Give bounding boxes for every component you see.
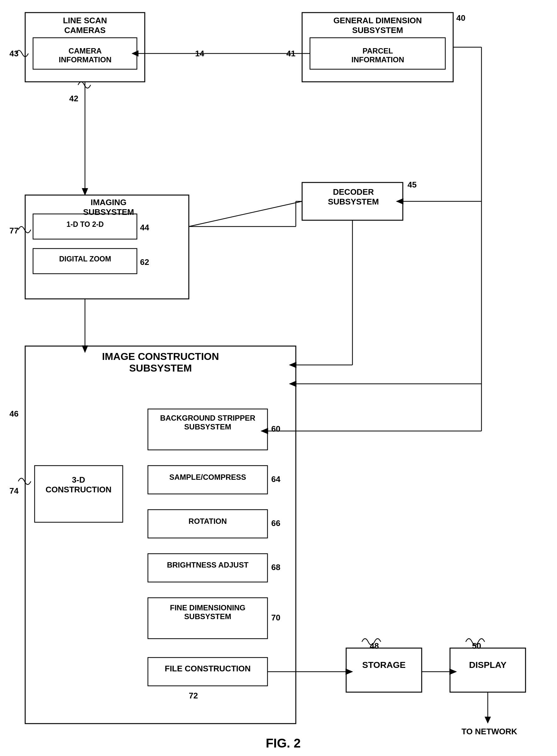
ref-46: 46 bbox=[9, 409, 19, 419]
storage-label: STORAGE bbox=[348, 660, 420, 670]
brightness-adjust-label: BRIGHTNESS ADJUST bbox=[149, 561, 266, 569]
ref-64: 64 bbox=[271, 475, 281, 484]
ref-66: 66 bbox=[271, 518, 281, 528]
ref-50: 50 bbox=[472, 641, 481, 651]
fine-dimensioning-label: FINE DIMENSIONINGSUBSYSTEM bbox=[149, 603, 266, 621]
ref-60: 60 bbox=[271, 424, 281, 434]
one-d-to-2d-label: 1-D TO 2-D bbox=[34, 220, 136, 229]
ref-77: 77 bbox=[9, 226, 19, 236]
ref-43: 43 bbox=[9, 49, 19, 59]
ref-68: 68 bbox=[271, 563, 281, 572]
decoder-subsystem-label: DECODERSUBSYSTEM bbox=[304, 187, 402, 207]
display-label: DISPLAY bbox=[451, 660, 524, 670]
svg-marker-46 bbox=[485, 717, 491, 724]
camera-information-label: CAMERAINFORMATION bbox=[34, 47, 136, 64]
svg-marker-32 bbox=[289, 362, 296, 368]
svg-marker-35 bbox=[289, 381, 296, 387]
ref-41: 41 bbox=[286, 49, 295, 59]
ref-45: 45 bbox=[408, 180, 417, 190]
ref-72: 72 bbox=[189, 691, 198, 701]
ref-70: 70 bbox=[271, 613, 281, 623]
ref-48: 48 bbox=[370, 641, 379, 651]
ref-44: 44 bbox=[140, 223, 149, 233]
sample-compress-label: SAMPLE/COMPRESS bbox=[149, 473, 266, 482]
diagram: LINE SCANCAMERAS CAMERAINFORMATION 43 14… bbox=[0, 0, 557, 756]
svg-rect-40 bbox=[450, 648, 526, 692]
ref-14: 14 bbox=[195, 49, 204, 59]
digital-zoom-label: DIGITAL ZOOM bbox=[34, 255, 136, 263]
svg-line-16 bbox=[189, 201, 302, 226]
parcel-information-label: PARCELINFORMATION bbox=[311, 47, 445, 64]
svg-rect-39 bbox=[346, 648, 422, 692]
background-stripper-label: BACKGROUND STRIPPERSUBSYSTEM bbox=[149, 414, 266, 431]
ref-62: 62 bbox=[140, 258, 149, 267]
line-scan-cameras-title: LINE SCANCAMERAS bbox=[31, 16, 139, 35]
rotation-label: ROTATION bbox=[149, 517, 266, 526]
three-d-construction-label: 3-DCONSTRUCTION bbox=[35, 475, 122, 494]
general-dimension-title: GENERAL DIMENSIONSUBSYSTEM bbox=[305, 16, 450, 35]
ref-40: 40 bbox=[456, 13, 465, 23]
ref-74: 74 bbox=[9, 486, 19, 496]
svg-marker-7 bbox=[82, 188, 88, 196]
figure-label: FIG. 2 bbox=[236, 736, 330, 750]
ref-42: 42 bbox=[69, 94, 78, 103]
imaging-subsystem-title: IMAGINGSUBSYSTEM bbox=[28, 198, 189, 217]
file-construction-label: FILE CONSTRUCTION bbox=[149, 664, 266, 673]
to-network-label: TO NETWORK bbox=[450, 727, 529, 736]
image-construction-title: IMAGE CONSTRUCTIONSUBSYSTEM bbox=[63, 351, 258, 374]
